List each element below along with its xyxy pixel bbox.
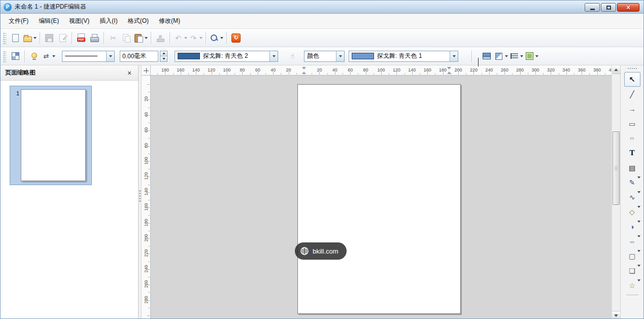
scroll-down-button[interactable] bbox=[612, 311, 620, 319]
palette-separator bbox=[626, 295, 638, 295]
pencil-tool[interactable]: ✎ bbox=[624, 175, 640, 190]
ruler-number: 260 bbox=[144, 279, 149, 289]
dropdown-arrow-icon[interactable] bbox=[637, 179, 640, 188]
shadow-button[interactable] bbox=[494, 49, 508, 63]
ruler-number: 60 bbox=[252, 67, 264, 73]
ruler-number: 20 bbox=[144, 94, 149, 104]
ruler-number: 100 bbox=[221, 67, 233, 73]
diamond-tool[interactable]: ◇ bbox=[624, 204, 640, 219]
document-viewport[interactable]: bkill.com bbox=[151, 76, 612, 319]
stepper-up-icon[interactable] bbox=[160, 51, 167, 57]
block-arrow-tool[interactable]: ⇔ bbox=[624, 234, 640, 249]
dropdown-arrow-icon[interactable] bbox=[637, 237, 640, 246]
stroke-color-label: 探戈舞: 青天色 2 bbox=[203, 52, 248, 60]
line-style-select[interactable] bbox=[62, 51, 115, 62]
menu-item-file[interactable]: 文件(F) bbox=[4, 14, 33, 28]
zoom-button[interactable] bbox=[209, 31, 223, 45]
fill-color-select[interactable]: 探戈舞: 青天色 1 bbox=[349, 51, 458, 62]
dropdown-arrow-icon[interactable] bbox=[520, 55, 523, 57]
ruler-number: 120 bbox=[144, 171, 149, 181]
dropdown-arrow-icon[interactable] bbox=[637, 208, 640, 217]
dropdown-arrow-icon[interactable] bbox=[637, 281, 640, 291]
dropdown-arrow-icon[interactable] bbox=[637, 252, 640, 261]
text-tool[interactable]: T bbox=[624, 146, 640, 160]
scroll-up-button[interactable] bbox=[612, 65, 620, 74]
dropdown-arrow-icon[interactable] bbox=[184, 37, 187, 39]
export-pdf-button[interactable] bbox=[75, 31, 87, 45]
update-button[interactable] bbox=[230, 31, 242, 45]
ruler-tick bbox=[188, 73, 189, 75]
palette-grip[interactable] bbox=[627, 67, 637, 70]
dropdown-arrow-icon[interactable] bbox=[450, 51, 458, 61]
dropdown-arrow-icon[interactable] bbox=[637, 193, 640, 202]
dropdown-arrow-icon[interactable] bbox=[106, 51, 114, 61]
line-width-input[interactable]: 0.00毫米 bbox=[120, 51, 158, 62]
new-document-button[interactable] bbox=[9, 31, 21, 45]
stroke-color-select[interactable]: 探戈舞: 青天色 2 bbox=[175, 51, 278, 62]
ruler-number: 160 bbox=[175, 67, 187, 73]
paste-button[interactable] bbox=[133, 31, 148, 45]
menu-item-insert[interactable]: 插入(I) bbox=[94, 14, 122, 28]
menu-item-format[interactable]: 格式(O) bbox=[123, 14, 154, 28]
dropdown-arrow-icon[interactable] bbox=[505, 55, 508, 57]
color-mode-select[interactable]: 颜色 bbox=[304, 51, 345, 62]
apply-format-button[interactable] bbox=[286, 49, 298, 63]
page-display-button[interactable] bbox=[481, 49, 493, 63]
panel-close-button[interactable] bbox=[125, 69, 133, 77]
line-width-stepper[interactable] bbox=[160, 51, 167, 62]
document-page[interactable] bbox=[297, 84, 461, 314]
callout-tool[interactable]: ❏ bbox=[624, 263, 640, 278]
dropdown-arrow-icon[interactable] bbox=[637, 223, 640, 232]
group-button[interactable] bbox=[524, 49, 538, 63]
ellipse-tool[interactable]: ○ bbox=[624, 131, 640, 146]
maximize-button[interactable] bbox=[601, 3, 616, 12]
rounded-rectangle-tool[interactable]: ▢ bbox=[624, 249, 640, 263]
ruler-tick bbox=[148, 262, 150, 262]
ruler-tick bbox=[148, 138, 150, 138]
dropdown-arrow-icon[interactable] bbox=[33, 37, 37, 39]
title-bar[interactable]: 未命名 1 - 捷速PDF编辑器 bbox=[1, 1, 643, 14]
toolbar-separator bbox=[471, 50, 472, 62]
dropdown-arrow-icon[interactable] bbox=[199, 37, 202, 39]
menu-item-modify[interactable]: 修改(M) bbox=[154, 14, 185, 28]
align-button[interactable] bbox=[509, 49, 523, 63]
menu-item-view[interactable]: 视图(V) bbox=[64, 14, 94, 28]
ruler-number: 280 bbox=[144, 295, 149, 305]
snap-button[interactable] bbox=[28, 49, 40, 63]
menu-item-edit[interactable]: 编辑(E) bbox=[33, 14, 64, 28]
line-tool[interactable]: ╱ bbox=[624, 87, 640, 101]
minimize-button[interactable] bbox=[585, 3, 600, 12]
scrollbar-thumb[interactable] bbox=[613, 131, 620, 205]
print-button[interactable] bbox=[88, 31, 100, 45]
rectangle-tool[interactable]: ▭ bbox=[624, 116, 640, 131]
dropdown-arrow-icon[interactable] bbox=[52, 55, 55, 57]
select-tool[interactable]: ↖ bbox=[624, 72, 640, 87]
dropdown-arrow-icon[interactable] bbox=[220, 37, 223, 39]
tool-palette-container: ↖╱→▭○T▤✎∿◇◑⇔▢❏☆ bbox=[620, 65, 643, 319]
toolbar-grip[interactable] bbox=[3, 32, 6, 44]
page-thumbnail-preview[interactable] bbox=[21, 89, 86, 181]
stepper-down-icon[interactable] bbox=[160, 56, 167, 62]
page-thumbnail[interactable]: 1 bbox=[10, 86, 92, 185]
dropdown-arrow-icon[interactable] bbox=[637, 267, 640, 276]
image-tool[interactable]: ▤ bbox=[624, 160, 640, 175]
ruler-tick bbox=[605, 73, 605, 75]
swap-arrows-button[interactable] bbox=[41, 49, 55, 63]
star-tool[interactable]: ☆ bbox=[624, 278, 640, 293]
pencil-icon: ✎ bbox=[629, 179, 635, 186]
close-button[interactable] bbox=[617, 3, 639, 12]
table-button[interactable] bbox=[9, 49, 21, 63]
dropdown-arrow-icon[interactable] bbox=[535, 55, 538, 57]
curve-tool[interactable]: ∿ bbox=[624, 190, 640, 204]
dropdown-arrow-icon[interactable] bbox=[336, 51, 344, 61]
pie-tool[interactable]: ◑ bbox=[624, 219, 640, 234]
open-button[interactable] bbox=[22, 31, 37, 45]
dropdown-arrow-icon[interactable] bbox=[145, 37, 148, 39]
arrow-tool[interactable]: → bbox=[624, 101, 640, 116]
dropdown-arrow-icon[interactable] bbox=[269, 51, 278, 61]
canvas-area: 1801601401201008060402020406080100120140… bbox=[142, 65, 612, 319]
toolbar-grip[interactable] bbox=[3, 50, 6, 62]
arrow-icon: → bbox=[629, 105, 636, 113]
vertical-scrollbar[interactable] bbox=[612, 65, 620, 319]
ruler-tick bbox=[589, 73, 590, 75]
